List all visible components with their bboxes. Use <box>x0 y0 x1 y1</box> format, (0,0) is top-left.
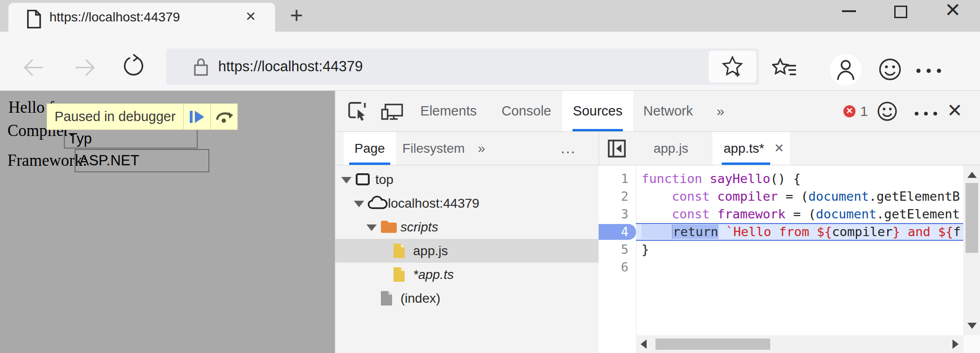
code-text: return `Hello from ${compiler} and ${f <box>636 223 963 241</box>
forward-icon[interactable] <box>74 57 96 80</box>
error-badge-icon[interactable]: ✕ <box>843 105 856 117</box>
window-maximize-button[interactable] <box>894 6 907 18</box>
tab-title: https://localhost:44379 <box>49 3 180 32</box>
code-editor: 1function sayHello() {2 const compiler =… <box>599 165 980 353</box>
code-line: 5} <box>599 241 963 258</box>
address-bar[interactable]: https://localhost:44379 <box>166 48 759 85</box>
back-icon[interactable] <box>22 57 45 80</box>
horizontal-scrollbar-thumb[interactable] <box>656 339 770 350</box>
window-close-button[interactable]: ✕ <box>945 0 961 22</box>
frame-icon <box>355 171 371 189</box>
tab-close-icon[interactable]: ✕ <box>245 3 256 32</box>
code-text: const framework = (document.getElement <box>636 205 963 223</box>
tree-row-scripts[interactable]: scripts <box>335 215 599 239</box>
url-text[interactable]: https://localhost:44379 <box>218 48 363 85</box>
editor-tab-close-icon[interactable]: ✕ <box>774 132 784 165</box>
file-navigator: toplocalhost:44379scriptsapp.js*app.ts(i… <box>335 165 599 353</box>
line-number[interactable]: 4 <box>599 224 636 240</box>
code-text <box>636 258 963 276</box>
code-area: 1function sayHello() {2 const compiler =… <box>599 170 963 276</box>
tree-row--app-ts[interactable]: *app.ts <box>335 263 599 286</box>
compiler-input[interactable] <box>64 129 198 149</box>
settings-more-icon[interactable] <box>915 67 945 75</box>
scroll-up-arrow-icon[interactable] <box>967 172 977 178</box>
browser-toolbar: https://localhost:44379 <box>0 32 980 91</box>
vertical-scrollbar-thumb[interactable] <box>966 183 978 253</box>
profile-button[interactable] <box>830 54 862 86</box>
devtools-toolbar: Elements Console Sources Network » ✕ 1 ✕ <box>335 91 980 132</box>
tab-elements[interactable]: Elements <box>415 91 482 131</box>
expand-arrow-icon[interactable] <box>366 224 377 231</box>
devtools-close-icon[interactable]: ✕ <box>947 91 963 131</box>
browser-tab-bar: https://localhost:44379 ✕ + ✕ <box>0 0 980 32</box>
resume-script-icon <box>190 111 193 123</box>
tree-row-app-js[interactable]: app.js <box>335 239 599 263</box>
tree-label: scripts <box>400 215 438 239</box>
tab-network[interactable]: Network <box>637 91 699 131</box>
scroll-left-arrow-icon[interactable] <box>641 339 647 349</box>
tree-row-localhost-44379[interactable]: localhost:44379 <box>335 191 599 215</box>
code-line: 3 const framework = (document.getElement <box>599 205 963 223</box>
collapse-sidebar-icon[interactable] <box>607 139 627 160</box>
tab-sources[interactable]: Sources <box>562 91 633 131</box>
scroll-down-arrow-icon[interactable] <box>967 323 977 329</box>
tab-page[interactable]: Page <box>344 132 396 165</box>
framework-input[interactable] <box>75 149 209 172</box>
tab-filesystem[interactable]: Filesystem <box>400 132 467 165</box>
profile-icon <box>836 59 856 81</box>
navigator-more-icon[interactable]: … <box>560 132 577 165</box>
add-favorite-button[interactable] <box>709 51 756 82</box>
tab-console[interactable]: Console <box>497 91 555 131</box>
step-over-button[interactable] <box>210 104 237 129</box>
line-number[interactable]: 3 <box>599 205 636 223</box>
device-toolbar-icon[interactable] <box>381 102 403 123</box>
expand-arrow-icon[interactable] <box>354 201 364 207</box>
add-favorite-star-icon <box>722 55 743 78</box>
line-number[interactable]: 2 <box>599 188 636 205</box>
devtools-subbar: Page Filesystem » … app.js app.ts* ✕ <box>335 132 980 165</box>
window-minimize-button[interactable] <box>842 10 856 12</box>
folder-icon <box>380 219 398 236</box>
code-text: function sayHello() { <box>636 170 963 188</box>
tree-row--index-[interactable]: (index) <box>335 286 599 310</box>
navigator-overflow-chevron-icon[interactable]: » <box>478 132 485 165</box>
code-line: 1function sayHello() { <box>599 170 963 188</box>
tree-row-top[interactable]: top <box>335 168 599 191</box>
error-count[interactable]: 1 <box>860 91 868 131</box>
line-number[interactable]: 1 <box>599 170 636 188</box>
new-tab-button[interactable]: + <box>290 1 303 30</box>
devtools-menu-icon[interactable] <box>913 109 939 118</box>
horizontal-scrollbar[interactable] <box>636 335 963 353</box>
tree-label: app.js <box>413 239 448 263</box>
refresh-icon[interactable] <box>121 54 145 80</box>
code-text: const compiler = (document.getElementB <box>636 188 963 205</box>
more-tabs-chevron-icon[interactable]: » <box>717 91 725 131</box>
line-number[interactable]: 6 <box>599 258 636 276</box>
inspect-icon[interactable] <box>347 101 368 123</box>
code-line: 6 <box>599 258 963 276</box>
expand-arrow-icon[interactable] <box>341 177 352 183</box>
file-yellow-icon <box>393 266 406 285</box>
line-number[interactable]: 5 <box>599 241 636 258</box>
favorites-hub-icon[interactable] <box>772 58 797 83</box>
code-text: } <box>636 241 963 258</box>
paused-in-debugger-bar: Paused in debugger <box>47 103 238 130</box>
editor-tab-appjs[interactable]: app.js <box>643 132 699 165</box>
editor-tab-appts[interactable]: app.ts* ✕ <box>712 132 790 165</box>
scroll-right-arrow-icon[interactable] <box>952 339 959 349</box>
content-area: Hello fr Paused in debugger Compiler: Fr… <box>0 91 980 353</box>
editor-tab-appts-label: app.ts* <box>724 141 764 156</box>
tree-label: *app.ts <box>413 263 454 286</box>
vertical-scrollbar[interactable] <box>963 165 980 335</box>
code-line-paused: 4 return `Hello from ${compiler} and ${f <box>599 223 963 241</box>
tree-label: localhost:44379 <box>388 191 479 215</box>
web-page: Hello fr Paused in debugger Compiler: Fr… <box>0 91 335 353</box>
tree-label: (index) <box>400 286 441 310</box>
browser-tab[interactable]: https://localhost:44379 ✕ <box>8 3 275 32</box>
scrollbar-corner <box>963 335 980 353</box>
devtools-feedback-smiley-icon[interactable] <box>877 101 897 123</box>
resume-script-button[interactable] <box>183 104 210 129</box>
file-gray-icon <box>380 290 393 308</box>
cloud-icon <box>367 195 388 213</box>
feedback-smiley-icon[interactable] <box>878 58 902 83</box>
